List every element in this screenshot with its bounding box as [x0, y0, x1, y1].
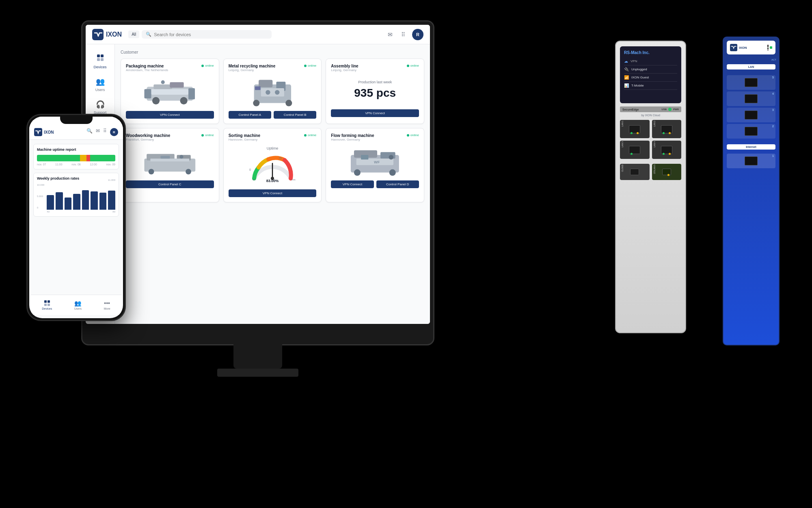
device-actions: VPN Connect — [331, 109, 419, 117]
svg-rect-10 — [151, 89, 188, 95]
svg-rect-11 — [153, 85, 172, 89]
se-brand: RS-Mach Inc. — [624, 50, 677, 55]
device-card-packaging: Packaging machine Amsterdam, The Netherl… — [121, 59, 219, 124]
control-panel-c-button[interactable]: Control Panel C — [126, 180, 214, 188]
phone-nav-more-label: More — [104, 307, 110, 310]
is-port-5-connector — [745, 78, 758, 87]
svg-rect-47 — [44, 300, 47, 303]
bar-7 — [99, 193, 107, 210]
grid-icon[interactable]: ⠿ — [399, 30, 407, 39]
device-card-assembly: Assembly line Leipzig, Germany online Pr… — [326, 59, 424, 124]
online-dot — [201, 65, 204, 67]
phone-content: Machine uptime report nov. 07 11:00 nov.… — [29, 140, 123, 305]
is-internet-connector — [745, 156, 758, 165]
mail-icon[interactable]: ✉ — [386, 30, 394, 39]
bar-4 — [73, 194, 80, 210]
device-actions: Control Panel A Control Panel B — [229, 111, 317, 119]
max-label: 11.000 — [108, 179, 115, 181]
switch-logo-icon — [730, 44, 737, 51]
svg-point-20 — [266, 90, 270, 95]
se-usb-label: USB — [661, 108, 667, 111]
search-bar[interactable]: 🔍 — [142, 30, 272, 39]
se-mobile-label: T-Mobile — [631, 84, 644, 87]
device-header: Sorting machine Hannover, Germany online — [229, 133, 317, 141]
svg-text:WF: WF — [374, 160, 380, 164]
phone: IXON 🔍 ✉ ⠿ R Machine uptime report — [26, 114, 126, 321]
svg-rect-2 — [101, 54, 104, 57]
se-ot-light — [667, 174, 669, 176]
phone-nav-users[interactable]: 👥 Users — [74, 300, 82, 310]
is-ports: 5 4 3 2 — [723, 72, 779, 142]
phone-avatar[interactable]: R — [110, 128, 118, 136]
se-lan3-connector — [629, 146, 640, 154]
phone-search-icon[interactable]: 🔍 — [86, 128, 93, 136]
is-port-2: 2 — [727, 124, 775, 139]
gauge-container: Uptime — [229, 143, 317, 186]
device-name: Assembly line — [331, 64, 358, 68]
svg-rect-15 — [259, 80, 272, 87]
svg-point-21 — [275, 90, 279, 95]
vpn-connect-sorting-button[interactable]: VPN Connect — [229, 189, 317, 197]
phone-bottom-nav: Devices 👥 Users ••• More — [31, 295, 121, 315]
is-port-2-connector — [745, 127, 758, 136]
phone-logo: IXON — [34, 128, 54, 136]
phone-nav-more[interactable]: ••• More — [104, 300, 110, 310]
control-panel-d-button[interactable]: Control Panel D — [376, 180, 419, 188]
online-badge: online — [304, 133, 316, 137]
user-avatar[interactable]: R — [412, 29, 423, 40]
unplugged-icon: 🔌 — [624, 67, 629, 72]
uptime-seg-3 — [86, 155, 91, 161]
se-ot-connector — [662, 169, 671, 175]
filter-button[interactable]: All — [128, 30, 139, 38]
app-logo: IXON — [92, 29, 122, 40]
se-lan2-label: LAN 2 — [653, 121, 656, 126]
se-ports: LAN 1 LAN 2 LAN 3 LAN 4 — [616, 117, 685, 162]
se-usb-bar: SecureEdge USB PWR — [620, 106, 681, 112]
control-panel-b-button[interactable]: Control Panel B — [274, 111, 316, 119]
monitor-stand — [233, 342, 282, 369]
se-mobile-item: 📊 T-Mobile — [624, 82, 677, 90]
device-header: Metal recycling machine Leipzig, Germany… — [229, 64, 317, 72]
device-name: Flow forming machine — [331, 133, 374, 138]
phone-more-icon: ••• — [104, 300, 110, 306]
is-port-3: 3 — [727, 108, 775, 122]
svg-rect-49 — [44, 304, 47, 306]
chart-dates: nov. 07 11:00 nov. 08 12:00 nov. 09 — [37, 163, 115, 166]
svg-rect-44 — [361, 155, 368, 159]
cloud-vpn-icon: ☁ — [624, 59, 628, 63]
search-input[interactable] — [154, 32, 268, 37]
uptime-bar — [37, 155, 115, 161]
uptime-seg-2 — [80, 155, 86, 161]
svg-rect-4 — [101, 58, 104, 61]
uptime-value: 83.00% — [266, 179, 279, 183]
phone-mail-icon[interactable]: ✉ — [96, 128, 100, 136]
search-icon: 🔍 — [146, 32, 151, 37]
online-badge: online — [304, 64, 316, 67]
se-lan1-connector — [629, 125, 640, 133]
svg-point-40 — [354, 169, 361, 176]
bar-8 — [108, 191, 115, 210]
vpn-connect-flow-button[interactable]: VPN Connect — [331, 180, 374, 188]
vpn-connect-assembly-button[interactable]: VPN Connect — [331, 109, 419, 117]
bar-chart — [47, 185, 115, 210]
sidebar-item-devices[interactable]: Devices — [89, 51, 112, 72]
se-wifi-item: 📶 IXON Guest — [624, 74, 677, 82]
svg-rect-6 — [144, 89, 151, 98]
control-panel-a-button[interactable]: Control Panel A — [229, 111, 271, 119]
phone-grid-icon[interactable]: ⠿ — [103, 128, 107, 136]
device-card-woodworking: Woodworking machine Frankfurt, Germany o… — [121, 128, 219, 202]
se-lan4-port: LAN 4 — [652, 141, 682, 159]
machine-image — [229, 75, 317, 108]
se-unplugged-item: 🔌 Unplugged — [624, 65, 677, 74]
phone-nav-devices[interactable]: Devices — [42, 300, 52, 310]
svg-rect-29 — [160, 156, 170, 158]
section-title: Customer — [121, 50, 424, 54]
svg-point-30 — [179, 155, 183, 158]
bar-high — [767, 45, 769, 47]
is-port-1-label: 1 — [772, 154, 774, 157]
se-cloud-port: CLOUD — [620, 164, 650, 180]
svg-text:0: 0 — [249, 168, 251, 171]
online-badge: online — [407, 64, 419, 67]
vpn-connect-button[interactable]: VPN Connect — [126, 111, 214, 119]
sidebar-item-users[interactable]: 👥 Users — [89, 74, 112, 95]
